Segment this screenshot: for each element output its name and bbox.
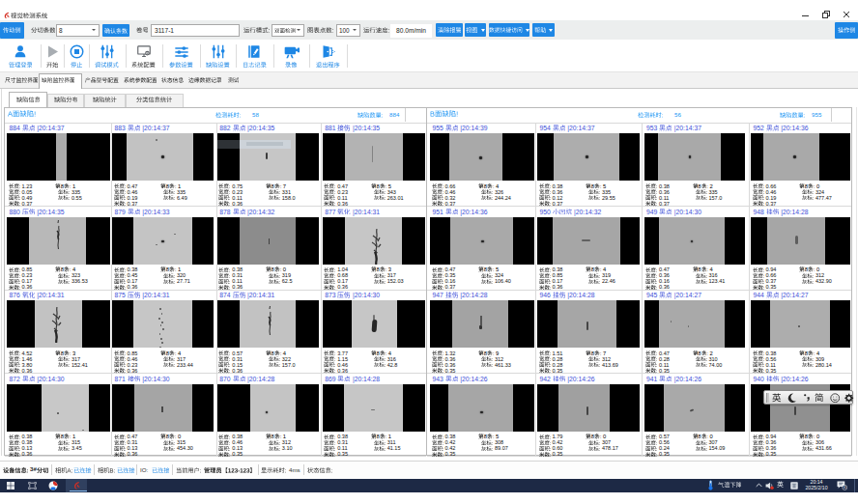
svg-text:6: 6 bbox=[844, 486, 845, 490]
